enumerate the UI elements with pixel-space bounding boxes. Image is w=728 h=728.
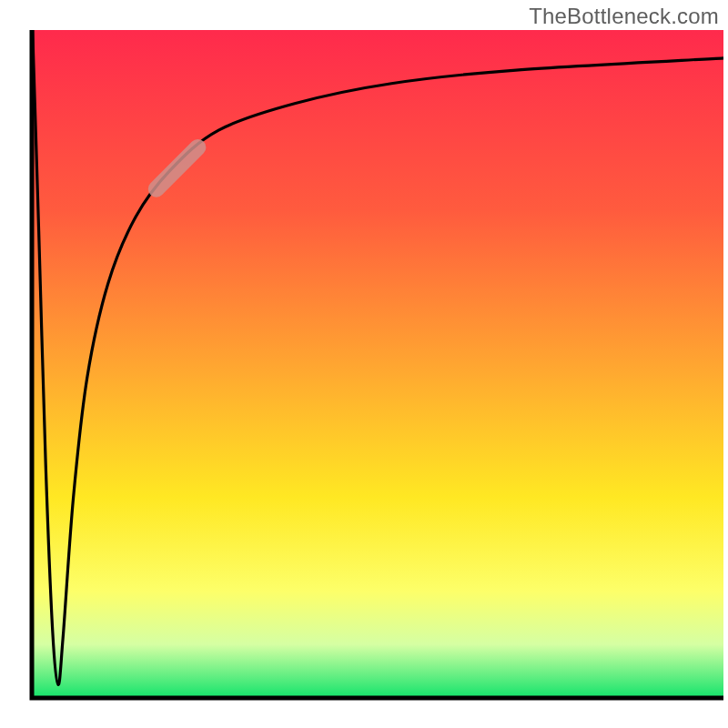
chart-stage: TheBottleneck.com [0,0,728,728]
watermark-text: TheBottleneck.com [529,4,719,29]
plot-background [32,30,723,698]
chart-svg [0,0,728,728]
